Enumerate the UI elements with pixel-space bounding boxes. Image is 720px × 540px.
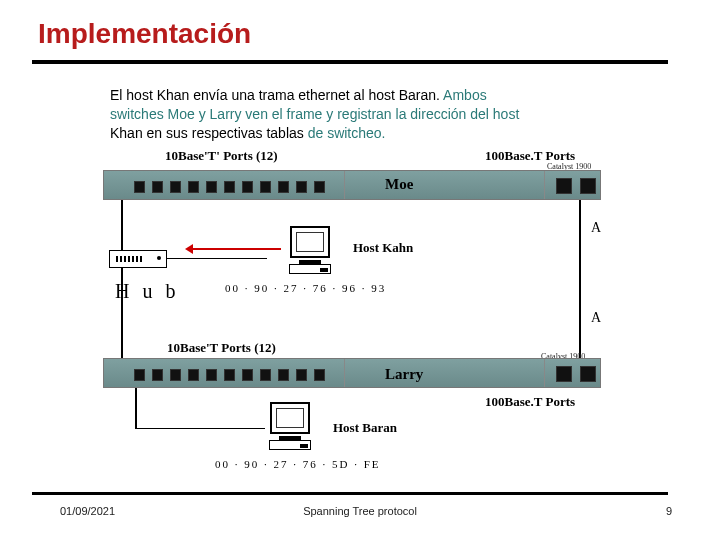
desc-line2: switches Moe y Larry ven el frame y regi… — [110, 106, 519, 122]
host-baran-label: Host Baran — [333, 420, 397, 436]
label-10base-bot: 10Base'T Ports (12) — [167, 340, 276, 356]
switch-larry — [103, 358, 601, 388]
desc-line1b: Ambos — [440, 87, 487, 103]
link-a-bottom: A — [591, 310, 601, 326]
cable-moe-hub — [121, 200, 123, 250]
host-baran-icon — [265, 402, 315, 450]
switch-name-moe: Moe — [385, 176, 413, 193]
mac-kahn: 00 · 90 · 27 · 76 · 96 · 93 — [225, 282, 386, 294]
host-kahn-label: Host Kahn — [353, 240, 413, 256]
switch-name-larry: Larry — [385, 366, 423, 383]
cable-right-vertical — [579, 200, 581, 358]
link-a-top: A — [591, 220, 601, 236]
cable-hub-kahn-stub — [167, 258, 267, 259]
label-10base-top: 10Base'T' Ports (12) — [165, 148, 278, 164]
hub-device — [109, 250, 167, 268]
desc-line1a: El host Khan envía una trama ethernet al… — [110, 87, 440, 103]
host-kahn-icon — [285, 226, 335, 274]
slide-description: El host Khan envía una trama ethernet al… — [110, 86, 630, 143]
frame-arrow — [193, 248, 281, 250]
desc-line3b: de switcheo. — [304, 125, 386, 141]
footer-rule — [32, 492, 668, 495]
footer-page-number: 9 — [666, 505, 672, 517]
title-rule — [32, 60, 668, 64]
cable-larry-baran-h — [135, 428, 265, 429]
footer-title: Spanning Tree protocol — [0, 505, 720, 517]
slide-title: Implementación — [38, 18, 251, 50]
mac-baran: 00 · 90 · 27 · 76 · 5D · FE — [215, 458, 381, 470]
desc-line3a: Khan en sus respectivas tablas — [110, 125, 304, 141]
label-100base-bot: 100Base.T Ports — [485, 394, 575, 410]
switch-moe — [103, 170, 601, 200]
hub-label: H u b — [115, 280, 179, 303]
network-diagram: 10Base'T' Ports (12) 100Base.T Ports Cat… — [85, 148, 645, 468]
cable-larry-baran-v — [135, 388, 137, 428]
